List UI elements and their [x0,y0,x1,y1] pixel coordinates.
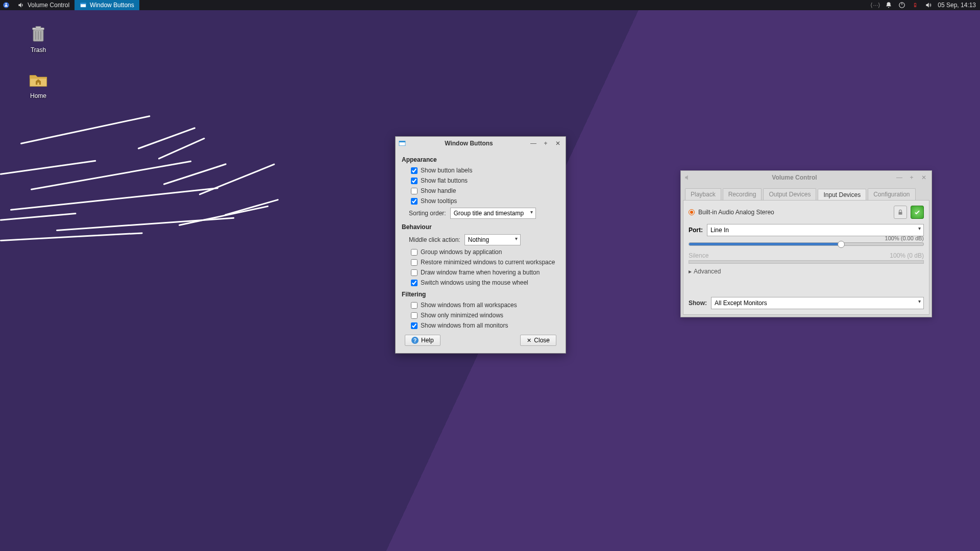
svg-point-1 [6,3,7,5]
taskbar-item-window-buttons[interactable]: Window Buttons [75,0,139,10]
minimize-button[interactable]: — [896,174,903,181]
maximize-button[interactable]: + [542,140,549,147]
help-icon: ? [411,337,419,344]
volume-readout: 100% (0.00 dB) [885,235,924,241]
close-icon: ✕ [527,337,531,344]
start-menu-button[interactable] [0,0,12,10]
show-select[interactable]: All Except Monitors [711,297,924,309]
checkbox-all-workspaces[interactable]: Show windows from all workspaces [411,300,559,310]
desktop-icon-label: Home [15,92,61,99]
svg-rect-5 [902,3,902,5]
close-window-button[interactable]: ✕ [920,174,927,181]
checkbox-restore-minimized[interactable]: Restore minimized windows to current wor… [411,257,559,267]
svg-rect-3 [81,3,86,4]
home-folder-icon [28,69,49,90]
volume-tray-icon[interactable] [924,1,933,9]
checkbox-show-button-labels[interactable]: Show button labels [411,165,559,176]
minimize-button[interactable]: — [530,140,537,147]
close-button[interactable]: ✕ Close [520,335,556,346]
taskbar-item-volume-control[interactable]: Volume Control [12,0,75,10]
tab-recording[interactable]: Recording [723,188,762,200]
battery-warning-icon[interactable] [911,1,919,9]
svg-rect-7 [915,3,916,4]
maximize-button[interactable]: + [908,174,915,181]
checkbox-draw-frame-hover[interactable]: Draw window frame when hovering a button [411,267,559,278]
checkbox-all-monitors[interactable]: Show windows from all monitors [411,320,559,331]
silence-label-left: Silence [689,252,708,259]
checkbox-show-handle[interactable]: Show handle [411,186,559,196]
window-buttons-dialog: Window Buttons — + ✕ Appearance Show but… [395,136,566,354]
set-default-button[interactable] [911,206,924,219]
titlebar[interactable]: Volume Control — + ✕ [681,171,932,184]
speaker-icon [17,2,24,9]
sorting-order-label: Sorting order: [409,210,446,217]
svg-rect-11 [36,27,41,28]
section-heading-filtering: Filtering [402,291,559,298]
speaker-icon [683,173,692,182]
show-label: Show: [689,299,707,307]
port-select[interactable]: Line In [707,224,924,236]
titlebar[interactable]: Window Buttons — + ✕ [396,137,566,150]
checkbox-switch-mouse-wheel[interactable]: Switch windows using the mouse wheel [411,278,559,288]
advanced-expander[interactable]: ▸ Advanced [689,268,924,275]
level-meter [689,260,924,264]
tray-ellipsis-icon[interactable]: ⟨···⟩ [871,1,879,9]
check-icon [914,209,921,216]
checkbox-group-by-application[interactable]: Group windows by application [411,247,559,257]
power-icon[interactable] [898,1,906,9]
top-panel: Volume Control Window Buttons ⟨···⟩ 05 S… [0,0,980,10]
taskbar-item-label: Window Buttons [90,2,134,9]
tab-input-devices[interactable]: Input Devices [818,189,866,201]
help-button[interactable]: ? Help [405,335,440,346]
tab-playback[interactable]: Playback [685,188,721,200]
checkbox-only-minimized[interactable]: Show only minimized windows [411,310,559,320]
notification-bell-icon[interactable] [885,1,893,9]
window-title: Volume Control [695,174,894,181]
window-title: Window Buttons [410,140,528,147]
middle-click-select[interactable]: Nothing [464,234,521,245]
desktop-icon-trash[interactable]: Trash [15,23,61,54]
panel-clock[interactable]: 05 Sep, 14:13 [938,2,976,9]
device-radio[interactable] [689,209,695,215]
tab-configuration[interactable]: Configuration [868,188,915,200]
taskbar-item-label: Volume Control [28,2,69,9]
desktop-icon-label: Trash [15,46,61,54]
svg-rect-16 [399,141,405,142]
checkbox-show-flat-buttons[interactable]: Show flat buttons [411,176,559,186]
port-label: Port: [689,227,703,234]
lock-icon [897,209,904,216]
section-heading-behaviour: Behaviour [402,223,559,231]
window-icon [80,2,87,9]
section-heading-appearance: Appearance [402,156,559,163]
device-name: Built-in Audio Analog Stereo [698,209,890,216]
svg-rect-17 [899,212,902,214]
window-icon [398,139,407,148]
sorting-order-select[interactable]: Group title and timestamp [450,208,536,219]
tab-output-devices[interactable]: Output Devices [763,188,816,200]
trash-icon [28,23,49,44]
volume-slider[interactable] [689,242,924,246]
silence-label-right: 100% (0 dB) [890,252,924,259]
desktop-icon-home[interactable]: Home [15,69,61,99]
checkbox-show-tooltips[interactable]: Show tooltips [411,196,559,206]
svg-rect-8 [915,6,916,7]
lock-channels-button[interactable] [894,206,907,219]
close-window-button[interactable]: ✕ [554,140,561,147]
middle-click-label: Middle click action: [409,236,460,243]
chevron-right-icon: ▸ [689,268,692,275]
volume-control-dialog: Volume Control — + ✕ Playback Recording … [680,170,932,317]
